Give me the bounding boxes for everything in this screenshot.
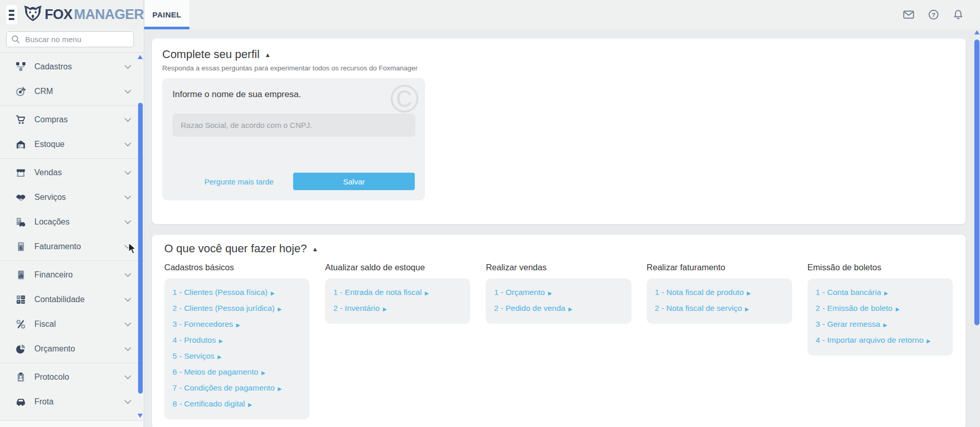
target-icon: [15, 86, 27, 97]
sidebar-item-frota[interactable]: Frota: [0, 389, 144, 414]
action-link-label: 5 - Serviços: [172, 351, 215, 360]
right-arrow-icon: ▶: [747, 290, 751, 296]
sidebar-item-faturamento[interactable]: $Faturamento: [0, 234, 144, 259]
menu-search-input[interactable]: [24, 34, 129, 44]
action-link-label: 4 - Produtos: [172, 336, 216, 344]
action-link-6-meios-de-pagamento[interactable]: 6 - Meios de pagamento▶: [172, 364, 301, 380]
tab-painel[interactable]: PAINEL: [144, 0, 189, 29]
divider: [0, 261, 144, 261]
sidebar-item-fiscal[interactable]: Fiscal: [0, 312, 144, 337]
action-link-4-produtos[interactable]: 4 - Produtos▶: [172, 332, 301, 348]
hamburger-bar: [9, 10, 14, 12]
sidebar-item-estoque[interactable]: Estoque: [0, 132, 144, 157]
foxmanager-app: FOXMANAGER PAINEL ? CadastrosCRMComprasE…: [0, 0, 980, 427]
column-header: Realizar faturamento: [647, 263, 792, 272]
action-link-label: 1 - Conta bancária: [816, 288, 881, 296]
sidebar-item-label: Locações: [34, 217, 124, 227]
cart-icon: [15, 115, 27, 125]
bell-icon[interactable]: [953, 9, 964, 20]
svg-text:×: ×: [17, 300, 20, 303]
sidebar-footer: [0, 420, 143, 427]
scroll-up-arrow-icon[interactable]: [974, 30, 979, 34]
app-logo: FOXMANAGER: [23, 5, 144, 25]
menu-toggle-button[interactable]: [6, 5, 17, 24]
collapse-arrow-icon[interactable]: ▲: [312, 245, 318, 253]
right-arrow-icon: ▶: [383, 306, 387, 312]
action-link-1-nota-fiscal-de-produto[interactable]: 1 - Nota fiscal de produto▶: [655, 285, 784, 301]
chevron-down-icon: [124, 89, 131, 94]
action-link-1-conta-bancaria[interactable]: 1 - Conta bancária▶: [816, 285, 945, 301]
sidebar-item-locacoes[interactable]: Locações: [0, 210, 144, 234]
today-column-realizar-faturamento: Realizar faturamento1 - Nota fiscal de p…: [647, 263, 792, 324]
action-link-2-nota-fiscal-de-servico[interactable]: 2 - Nota fiscal de serviço▶: [655, 301, 784, 317]
column-header: Cadastros básicos: [164, 263, 310, 272]
right-arrow-icon: ▶: [568, 306, 572, 312]
action-link-2-pedido-de-venda[interactable]: 2 - Pedido de venda▶: [494, 301, 623, 317]
sidebar: CadastrosCRMComprasEstoqueVendasServiços…: [0, 29, 144, 427]
action-link-label: 1 - Nota fiscal de produto: [655, 288, 744, 296]
action-link-2-clientes-pessoa-juridica-[interactable]: 2 - Clientes (Pessoa jurídica)▶: [172, 301, 301, 317]
mail-icon[interactable]: [903, 10, 914, 20]
what-to-do-today-card: O que você quer fazer hoje? ▲ Cadastros …: [152, 235, 966, 427]
sidebar-item-financeiro[interactable]: Financeiro: [0, 263, 144, 287]
action-link-1-clientes-pessoa-fisica-[interactable]: 1 - Clientes (Pessoa física)▶: [172, 285, 301, 301]
action-link-3-gerar-remessa[interactable]: 3 - Gerar remessa▶: [816, 317, 945, 332]
save-button[interactable]: Salvar: [293, 173, 415, 190]
today-columns: Cadastros básicos1 - Clientes (Pessoa fí…: [164, 263, 953, 419]
sidebar-item-label: Vendas: [34, 168, 124, 177]
chevron-down-icon: [124, 375, 131, 380]
finance-chart-icon: [15, 270, 27, 280]
scroll-down-arrow-icon[interactable]: [138, 414, 143, 418]
logo-fox-text: FOX: [45, 7, 72, 23]
column-header: Atualizar saldo de estoque: [325, 263, 470, 272]
right-arrow-icon: ▶: [278, 386, 282, 392]
right-arrow-icon: ▶: [883, 322, 888, 328]
sidebar-item-orcamento[interactable]: Orçamento: [0, 337, 144, 361]
action-link-3-fornecedores[interactable]: 3 - Fornecedores▶: [172, 317, 301, 332]
action-link-1-orcamento[interactable]: 1 - Orçamento▶: [494, 285, 623, 301]
svg-text:$: $: [20, 245, 23, 251]
action-link-label: 2 - Nota fiscal de serviço: [655, 304, 742, 312]
profile-card-subtitle: Responda a essas perguntas para experime…: [162, 64, 955, 72]
action-link-label: 4 - Importar arquivo de retorno: [816, 336, 924, 344]
company-name-input[interactable]: [172, 114, 415, 137]
collapse-arrow-icon[interactable]: ▲: [265, 50, 271, 59]
sidebar-menu: CadastrosCRMComprasEstoqueVendasServiços…: [0, 54, 144, 414]
action-link-5-servicos[interactable]: 5 - Serviços▶: [172, 348, 301, 364]
chevron-down-icon: [124, 322, 131, 327]
action-link-4-importar-arquivo-de-retorno[interactable]: 4 - Importar arquivo de retorno▶: [816, 332, 945, 348]
sidebar-item-cadastros[interactable]: Cadastros: [0, 54, 144, 79]
sidebar-item-crm[interactable]: CRM: [0, 79, 144, 104]
action-link-2-emissao-de-boleto[interactable]: 2 - Emissão de boleto▶: [816, 301, 945, 317]
sidebar-scrollbar-thumb[interactable]: [138, 103, 143, 394]
sidebar-item-compras[interactable]: Compras: [0, 107, 144, 132]
today-column-realizar-vendas: Realizar vendas1 - Orçamento▶2 - Pedido …: [486, 263, 631, 324]
action-link-7-condicoes-de-pagamento[interactable]: 7 - Condições de pagamento▶: [172, 380, 301, 396]
right-arrow-icon: ▶: [218, 354, 222, 360]
sidebar-item-vendas[interactable]: Vendas: [0, 160, 144, 185]
sidebar-item-label: Fiscal: [34, 320, 124, 329]
action-link-1-entrada-de-nota-fiscal[interactable]: 1 - Entrada de nota fiscal▶: [333, 285, 462, 301]
chevron-down-icon: [124, 400, 131, 404]
right-arrow-icon: ▶: [896, 306, 900, 312]
action-link-2-inventario[interactable]: 2 - Inventário▶: [333, 301, 462, 317]
invoice-icon: $: [15, 242, 27, 252]
action-link-label: 2 - Pedido de venda: [494, 304, 565, 312]
clipboard-icon: [15, 372, 27, 382]
company-question-label: Informe o nome de sua empresa.: [172, 89, 415, 100]
scroll-up-arrow-icon[interactable]: [138, 55, 143, 59]
ask-later-link[interactable]: Pergunte mais tarde: [204, 177, 274, 186]
right-arrow-icon: ▶: [261, 370, 265, 376]
sidebar-item-protocolo[interactable]: Protocolo: [0, 365, 144, 389]
action-link-label: 3 - Fornecedores: [172, 320, 233, 328]
action-link-8-certificado-digital[interactable]: 8 - Certificado digital▶: [172, 396, 301, 412]
tab-active-underline: [144, 27, 189, 29]
help-icon[interactable]: ?: [928, 9, 939, 20]
page-scrollbar-thumb[interactable]: [974, 40, 979, 325]
percent-icon: [15, 319, 27, 329]
sidebar-item-contabilidade[interactable]: −+×▭Contabilidade: [0, 287, 144, 312]
profile-card-title: Complete seu perfil: [162, 48, 260, 61]
sidebar-item-servicos[interactable]: Serviços: [0, 185, 144, 210]
search-icon: [11, 35, 20, 44]
chevron-down-icon: [124, 347, 131, 351]
